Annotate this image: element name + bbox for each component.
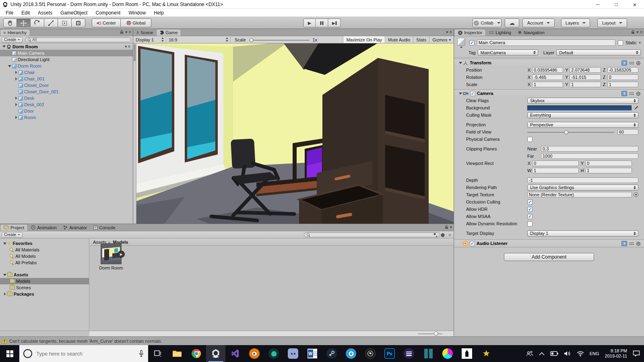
scene-menu-icon[interactable]: ≡ bbox=[128, 44, 130, 49]
favorites-section[interactable]: ★Favorites bbox=[0, 240, 89, 247]
rotation-y-field[interactable]: -51.015 bbox=[570, 74, 601, 80]
taskbar-discord[interactable] bbox=[283, 345, 303, 362]
gameobject-name-field[interactable]: Main Camera bbox=[477, 39, 615, 46]
wifi-icon[interactable] bbox=[577, 351, 584, 356]
foldout-collapsed[interactable] bbox=[14, 102, 19, 107]
taskbar-unity[interactable] bbox=[206, 345, 225, 362]
hierarchy-item-directional-light[interactable]: Directional Light bbox=[0, 56, 133, 63]
transform-tool-button[interactable] bbox=[72, 19, 85, 27]
occlusion-culling-checkbox[interactable] bbox=[527, 200, 533, 205]
rendering-path-dropdown[interactable]: Use Graphics Settings bbox=[527, 185, 638, 191]
volume-icon[interactable] bbox=[564, 351, 571, 356]
target-display-dropdown[interactable]: Display 1 bbox=[527, 230, 638, 237]
pivot-toggle-button[interactable]: Center bbox=[92, 19, 121, 27]
viewport-y-field[interactable]: 0 bbox=[585, 160, 632, 166]
eyedropper-icon[interactable] bbox=[634, 106, 638, 110]
lock-icon[interactable] bbox=[120, 30, 124, 34]
folder-models[interactable]: Models bbox=[0, 278, 89, 284]
gizmos-dropdown[interactable]: Gizmos▾ bbox=[429, 36, 454, 43]
hierarchy-item-desk[interactable]: Desk bbox=[0, 95, 133, 101]
fov-field[interactable]: 60 bbox=[617, 129, 638, 135]
lock-icon[interactable] bbox=[631, 30, 635, 34]
audio-listener-component-header[interactable]: Audio Listener ? bbox=[454, 239, 644, 247]
layers-dropdown[interactable]: Layers bbox=[561, 19, 590, 27]
static-dropdown-icon[interactable]: ▾ bbox=[639, 41, 641, 45]
pause-button[interactable] bbox=[316, 19, 328, 27]
menu-assets[interactable]: Assets bbox=[34, 10, 56, 16]
tab-inspector[interactable]: i Inspector bbox=[454, 29, 486, 36]
panel-menu-icon[interactable]: ≡ bbox=[450, 30, 452, 34]
taskbar-chrome[interactable] bbox=[187, 345, 206, 362]
taskbar-gitkraken[interactable] bbox=[264, 345, 283, 362]
maximize-button[interactable]: □ bbox=[607, 0, 625, 9]
rotate-tool-button[interactable] bbox=[31, 19, 44, 27]
foldout-collapsed[interactable] bbox=[14, 96, 19, 101]
add-component-button[interactable]: Add Component bbox=[504, 253, 594, 261]
hierarchy-search-input[interactable]: All bbox=[25, 37, 131, 42]
hierarchy-item-closet-door[interactable]: Closet_Door bbox=[0, 82, 133, 88]
foldout-collapsed[interactable] bbox=[14, 115, 19, 120]
close-button[interactable]: × bbox=[625, 0, 644, 9]
project-create-button[interactable]: Create bbox=[2, 232, 23, 238]
task-view-button[interactable] bbox=[148, 345, 167, 362]
taskbar-steam[interactable] bbox=[322, 345, 341, 362]
thumbnail-zoom-slider[interactable] bbox=[418, 333, 442, 334]
fov-slider[interactable] bbox=[527, 129, 614, 135]
preset-icon[interactable] bbox=[629, 242, 634, 246]
taskbar-clock[interactable]: 8:18 PM 2019-02-11 bbox=[605, 348, 627, 359]
tab-console[interactable]: Console bbox=[90, 224, 118, 231]
thumbnail-zoom-thumb[interactable] bbox=[434, 331, 438, 336]
game-render-area[interactable] bbox=[133, 43, 454, 224]
start-button[interactable] bbox=[0, 345, 19, 362]
position-x-field[interactable]: 0.03595486 bbox=[532, 67, 563, 73]
scale-tool-button[interactable] bbox=[44, 19, 58, 27]
minimize-button[interactable]: ─ bbox=[588, 0, 607, 9]
menu-gameobject[interactable]: GameObject bbox=[56, 10, 91, 16]
static-checkbox[interactable] bbox=[618, 40, 623, 45]
gear-icon[interactable] bbox=[636, 91, 641, 96]
space-toggle-button[interactable]: Global bbox=[121, 19, 151, 27]
background-color-swatch[interactable] bbox=[527, 105, 632, 111]
taskbar-word[interactable]: W bbox=[303, 345, 322, 362]
transform-component-header[interactable]: Transform ? bbox=[454, 59, 644, 66]
hand-tool-button[interactable] bbox=[3, 19, 17, 27]
people-icon[interactable] bbox=[526, 350, 533, 357]
tab-scene[interactable]: # Scene bbox=[133, 29, 156, 36]
hierarchy-item-door[interactable]: Door bbox=[0, 108, 133, 114]
taskbar-unity-hub[interactable] bbox=[341, 345, 361, 362]
scale-slider[interactable] bbox=[249, 37, 310, 43]
hierarchy-item-chair[interactable]: Chair bbox=[0, 69, 133, 76]
taskbar-yinyang-app[interactable] bbox=[438, 345, 457, 362]
language-indicator[interactable]: ENG bbox=[590, 351, 599, 356]
audio-listener-enabled-checkbox[interactable] bbox=[470, 241, 475, 246]
mute-audio-toggle[interactable]: Mute Audio bbox=[385, 36, 413, 43]
display-dropdown[interactable]: Display 1 bbox=[133, 36, 166, 43]
packages-section[interactable]: Packages bbox=[0, 291, 89, 297]
scale-x-field[interactable]: 1 bbox=[532, 82, 563, 87]
scene-row[interactable]: Dorm Room ▾ ≡ bbox=[0, 43, 133, 50]
panel-dropdown-icon[interactable]: ▾ bbox=[636, 30, 638, 34]
clear-flags-dropdown[interactable]: Skybox bbox=[527, 98, 638, 104]
scale-z-field[interactable]: 1 bbox=[607, 82, 638, 87]
tag-dropdown[interactable]: MainCamera bbox=[478, 49, 538, 56]
foldout-expanded[interactable] bbox=[458, 91, 463, 96]
menu-help[interactable]: Help bbox=[150, 10, 168, 16]
depth-field[interactable]: -1 bbox=[527, 177, 638, 183]
panel-menu-icon[interactable]: ≡ bbox=[640, 30, 642, 34]
physical-camera-checkbox[interactable] bbox=[527, 137, 533, 142]
hierarchy-item-room[interactable]: Room bbox=[0, 114, 133, 121]
stats-toggle[interactable]: Stats bbox=[413, 36, 429, 43]
near-field[interactable]: 0.3 bbox=[541, 146, 638, 152]
preset-icon[interactable] bbox=[629, 92, 634, 96]
allow-msaa-checkbox[interactable] bbox=[527, 214, 533, 219]
camera-enabled-checkbox[interactable] bbox=[470, 91, 475, 96]
camera-component-header[interactable]: Camera ? bbox=[454, 89, 644, 97]
menu-window[interactable]: Window bbox=[124, 10, 150, 16]
gear-icon[interactable] bbox=[636, 61, 641, 66]
foldout-collapsed[interactable] bbox=[14, 70, 19, 75]
menu-edit[interactable]: Edit bbox=[17, 10, 34, 16]
favorites-filter-icon[interactable]: ★ bbox=[448, 232, 452, 237]
tab-animation[interactable]: Animation bbox=[28, 224, 60, 231]
taskbar-search[interactable] bbox=[19, 345, 148, 362]
layer-dropdown[interactable]: Default bbox=[556, 49, 641, 56]
